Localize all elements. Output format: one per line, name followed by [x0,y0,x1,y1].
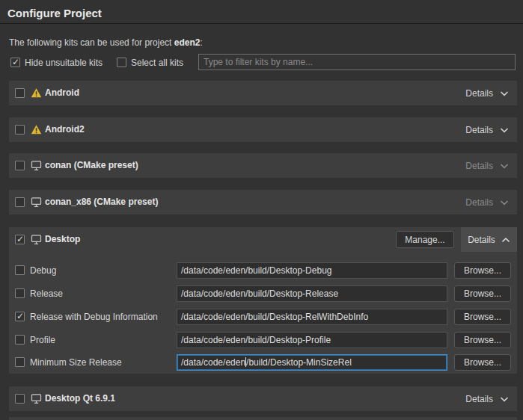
kit-row-desktop-qt[interactable]: Desktop Qt 6.9.1 Details [9,386,517,411]
kit-name: Android [45,87,79,98]
desktop-icon [31,234,42,245]
browse-button[interactable]: Browse... [454,262,511,279]
build-config-label: Release with Debug Information [30,312,158,322]
details-toggle[interactable]: Details [465,386,509,411]
kit-name: Desktop Qt 6.9.1 [45,393,115,404]
build-dir-value: /data/code/eden [181,357,245,368]
build-config-checkbox[interactable] [15,312,25,321]
kit-checkbox[interactable] [15,394,25,404]
chevron-down-icon [500,200,509,206]
browse-button[interactable]: Browse... [454,285,511,302]
kit-name: conan_x86 (CMake preset) [45,197,158,207]
build-config-checkbox[interactable] [15,357,25,367]
manage-button[interactable]: Manage... [396,231,454,248]
warning-icon [31,124,42,135]
build-config-label: Debug [30,265,56,276]
build-dir-input[interactable]: /data/code/eden/build/Desktop-Profile [177,332,447,348]
build-dir-input[interactable]: /data/code/eden/build/Desktop-Release [177,285,447,302]
kits-description-suffix: : [200,37,202,48]
project-name: eden2 [174,37,201,48]
build-config-checkbox[interactable] [15,265,25,275]
build-config-row-relwithdebinfo: Release with Debug Information /data/cod… [9,309,517,325]
build-config-row-profile: Profile /data/code/eden/build/Desktop-Pr… [9,332,517,348]
details-toggle[interactable]: Details [465,190,509,214]
details-toggle[interactable]: Details [465,117,509,142]
select-all-kits-checkbox[interactable] [117,58,126,67]
details-toggle[interactable]: Details [465,153,509,178]
kit-name: Android2 [45,124,85,135]
kit-name: conan (CMake preset) [45,160,138,170]
browse-button[interactable]: Browse... [454,309,511,325]
build-config-row-release: Release /data/code/eden/build/Desktop-Re… [9,285,517,302]
kit-panel-desktop: Desktop Manage... Details Debug /data/co… [9,227,517,374]
build-config-checkbox[interactable] [15,335,25,345]
warning-icon [31,87,42,99]
build-dir-value: /data/code/eden/build/Desktop-RelWithDeb… [181,312,368,322]
details-label: Details [465,394,493,404]
kit-checkbox[interactable] [15,88,25,98]
build-config-row-debug: Debug /data/code/eden/build/Desktop-Debu… [9,262,517,279]
kits-description: The following kits can be used for proje… [9,37,203,48]
kit-row-conan[interactable]: conan (CMake preset) Details [9,153,517,178]
kit-checkbox[interactable] [15,161,25,170]
build-dir-value: /data/code/eden/build/Desktop-Profile [181,335,331,345]
kit-filter-input[interactable] [198,54,516,70]
kit-row-conan-x86[interactable]: conan_x86 (CMake preset) Details [9,190,517,214]
build-config-label: Minimum Size Release [30,357,122,368]
details-toggle[interactable]: Details [461,227,517,252]
details-label: Details [465,88,493,99]
build-config-checkbox[interactable] [15,288,25,298]
build-dir-value: /data/code/eden/build/Desktop-Release [181,288,338,299]
details-label: Details [465,125,493,135]
details-toggle[interactable]: Details [465,81,509,105]
build-dir-value: /build/Desktop-MinSizeRel [246,357,352,368]
details-label: Details [465,161,493,171]
build-config-label: Release [30,288,63,299]
desktop-icon [31,197,42,208]
kits-description-prefix: The following kits can be used for proje… [9,37,174,48]
build-dir-input-focused[interactable]: /data/code/eden/build/Desktop-MinSizeRel [177,354,447,371]
browse-button[interactable]: Browse... [454,332,511,348]
kit-row-android[interactable]: Android Details [9,81,517,105]
kit-name: Desktop [45,234,80,244]
details-label: Details [465,197,493,208]
kit-checkbox[interactable] [15,235,25,244]
select-all-kits-label[interactable]: Select all kits [131,58,183,68]
kit-row-android2[interactable]: Android2 Details [9,117,517,142]
title-separator [0,23,523,24]
build-dir-value: /data/code/eden/build/Desktop-Debug [181,265,331,276]
build-config-row-minsizerel: Minimum Size Release /data/code/eden/bui… [9,354,517,371]
build-config-label: Profile [30,335,55,345]
chevron-down-icon [500,90,509,96]
build-dir-input[interactable]: /data/code/eden/build/Desktop-Debug [177,262,447,279]
hide-unsuitable-kits-checkbox[interactable] [10,58,20,67]
kit-checkbox[interactable] [15,125,25,135]
build-dir-input[interactable]: /data/code/eden/build/Desktop-RelWithDeb… [177,309,447,325]
desktop-icon [31,160,42,171]
chevron-up-icon [501,237,510,243]
page-title: Configure Project [7,7,102,19]
next-kit-row-partial [9,417,517,420]
chevron-down-icon [500,396,509,402]
details-label: Details [468,235,495,245]
kit-checkbox[interactable] [15,197,25,207]
chevron-down-icon [500,163,509,169]
hide-unsuitable-kits-label[interactable]: Hide unsuitable kits [25,58,103,68]
chevron-down-icon [500,127,509,133]
desktop-icon [31,393,42,404]
browse-button[interactable]: Browse... [454,354,511,371]
